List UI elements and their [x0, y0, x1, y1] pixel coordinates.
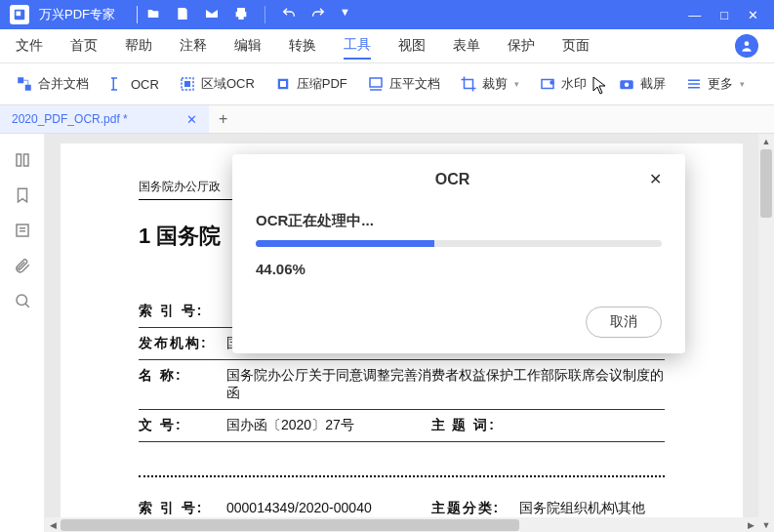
close-tab-icon[interactable]: ✕: [186, 112, 197, 127]
index2-value: 000014349/2020-00040: [226, 500, 373, 517]
ocr-button[interactable]: OCR: [102, 71, 165, 97]
crop-button[interactable]: 裁剪: [454, 71, 525, 97]
svg-point-11: [550, 81, 553, 84]
menu-convert[interactable]: 转换: [289, 33, 316, 59]
docno-value: 国办函〔2020〕27号: [226, 417, 373, 434]
name-label: 名 称:: [139, 367, 226, 402]
document-tab-label: 2020_PDF_OCR.pdf *: [12, 112, 128, 126]
search-panel-icon[interactable]: [14, 292, 31, 309]
svg-rect-4: [25, 85, 31, 91]
subject-label: 主 题 词:: [431, 417, 519, 434]
menu-tools[interactable]: 工具: [344, 32, 371, 60]
add-tab-button[interactable]: +: [209, 110, 238, 128]
compress-button[interactable]: 压缩PDF: [268, 71, 353, 97]
scroll-down-icon[interactable]: ▼: [758, 517, 774, 532]
svg-rect-18: [23, 154, 28, 166]
thumbnails-icon[interactable]: [14, 151, 31, 169]
menu-pages[interactable]: 页面: [562, 33, 590, 59]
document-tabbar: 2020_PDF_OCR.pdf * ✕ +: [0, 104, 774, 134]
attach-icon[interactable]: [14, 257, 31, 274]
svg-rect-7: [280, 81, 286, 87]
merge-button[interactable]: 合并文档: [10, 71, 95, 97]
menu-edit[interactable]: 编辑: [234, 33, 262, 59]
scroll-right-icon[interactable]: ▶: [743, 517, 758, 532]
menu-help[interactable]: 帮助: [125, 33, 152, 59]
index-label: 索 引 号:: [139, 303, 226, 320]
menu-file[interactable]: 文件: [16, 33, 43, 59]
open-icon[interactable]: [145, 6, 161, 24]
dialog-message: OCR正在处理中...: [256, 212, 662, 230]
flatten-button[interactable]: 压平文档: [361, 71, 446, 97]
class-value: 国务院组织机构\其他: [519, 500, 666, 517]
dialog-title: OCR: [256, 171, 649, 188]
class-label: 主题分类:: [431, 500, 519, 517]
app-logo: [10, 5, 29, 24]
titlebar: 万兴PDF专家 ▼ — □ ✕: [0, 0, 774, 29]
index2-label: 索 引 号:: [139, 500, 226, 517]
maximize-button[interactable]: □: [720, 8, 728, 22]
close-window-button[interactable]: ✕: [748, 8, 758, 22]
page-header-left: 国务院办公厅政: [139, 179, 221, 195]
dialog-close-icon[interactable]: ✕: [649, 170, 662, 188]
annotations-icon[interactable]: [14, 222, 31, 239]
name-value: 国务院办公厅关于同意调整完善消费者权益保护工作部际联席会议制度的函: [226, 367, 665, 402]
svg-rect-17: [17, 154, 21, 166]
menu-form[interactable]: 表单: [453, 33, 480, 59]
qat-dropdown-icon[interactable]: ▼: [340, 6, 350, 24]
cancel-button[interactable]: 取消: [586, 307, 662, 338]
document-tab[interactable]: 2020_PDF_OCR.pdf * ✕: [0, 105, 209, 133]
redo-icon[interactable]: [310, 6, 326, 24]
scroll-left-icon[interactable]: ◀: [45, 517, 61, 532]
bookmark-icon[interactable]: [14, 186, 31, 204]
menu-annot[interactable]: 注释: [180, 33, 207, 59]
save-icon[interactable]: [175, 6, 190, 24]
print-icon[interactable]: [233, 6, 249, 24]
menu-protect[interactable]: 保护: [508, 33, 535, 59]
svg-line-23: [25, 304, 29, 307]
mail-icon[interactable]: [204, 6, 220, 24]
svg-rect-8: [370, 78, 382, 87]
menu-home[interactable]: 首页: [70, 33, 98, 59]
quick-access-toolbar: ▼: [145, 6, 350, 24]
ocr-progress-dialog: OCR ✕ OCR正在处理中... 44.06% 取消: [232, 154, 685, 353]
minimize-button[interactable]: —: [688, 8, 701, 22]
watermark-button[interactable]: 水印: [533, 71, 604, 97]
publisher-label: 发布机构:: [139, 335, 226, 352]
area-ocr-button[interactable]: 区域OCR: [173, 71, 261, 97]
vertical-scrollbar[interactable]: ▲ ▼: [758, 134, 774, 532]
screenshot-button[interactable]: 截屏: [612, 71, 672, 97]
svg-rect-3: [18, 77, 23, 83]
user-avatar[interactable]: [735, 34, 758, 58]
ribbon-toolbar: 合并文档 OCR 区域OCR 压缩PDF 压平文档 裁剪 水印 截屏 更多: [0, 63, 774, 104]
svg-point-2: [745, 41, 750, 46]
progress-bar: [256, 240, 662, 247]
scroll-up-icon[interactable]: ▲: [758, 134, 774, 149]
horizontal-scrollbar[interactable]: ◀ ▶: [45, 517, 758, 532]
svg-point-22: [17, 295, 27, 306]
docno-label: 文 号:: [139, 417, 226, 434]
progress-percent: 44.06%: [256, 261, 662, 277]
more-menu-button[interactable]: 更多: [679, 71, 751, 97]
svg-rect-1: [17, 12, 21, 17]
menu-view[interactable]: 视图: [398, 33, 426, 59]
menubar: 文件 首页 帮助 注释 编辑 转换 工具 视图 表单 保护 页面: [0, 29, 774, 62]
app-title: 万兴PDF专家: [39, 6, 115, 23]
svg-point-13: [625, 83, 630, 88]
undo-icon[interactable]: [281, 6, 297, 24]
side-panel: [0, 134, 45, 532]
